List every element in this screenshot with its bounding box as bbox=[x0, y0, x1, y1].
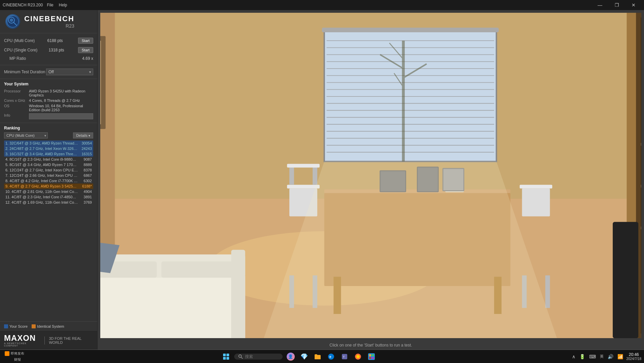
taskbar-file-explorer[interactable] bbox=[312, 351, 323, 362]
ranking-list-item[interactable]: 11. 4C/8T @ 2.3 GHz, Intel Core i7-4850H… bbox=[4, 194, 93, 200]
logo-text: CINEBENCH R23 bbox=[24, 14, 74, 29]
svg-rect-65 bbox=[162, 261, 236, 278]
ranking-list-item[interactable]: 7. 12C/24T @ 2.66 GHz, Intel Xeon CPU X5… bbox=[4, 173, 93, 178]
svg-rect-132 bbox=[226, 357, 229, 360]
rank-score: 6188* bbox=[78, 184, 92, 188]
network-icon[interactable]: 📶 bbox=[617, 353, 624, 360]
min-test-label: Minimum Test Duration bbox=[4, 70, 45, 74]
svg-rect-147 bbox=[369, 357, 371, 359]
your-score-icon bbox=[4, 324, 8, 328]
taskbar-avatar[interactable]: 👤 bbox=[285, 351, 296, 362]
taskbar-news-app[interactable]: 即将发布 财报 bbox=[3, 351, 26, 362]
svg-rect-144 bbox=[368, 353, 375, 360]
maxon-sub-text: A NEMETSCHEK COMPANY bbox=[4, 342, 39, 347]
ranking-list-item[interactable]: 9. 4C/8T @ 2.7 GHz, AMD Ryzen 3 5425U wi… bbox=[4, 184, 93, 189]
taskbar-teams[interactable]: T bbox=[339, 351, 350, 362]
identical-system-label: Identical System bbox=[37, 324, 64, 328]
menu-help[interactable]: Help bbox=[59, 3, 67, 7]
details-button[interactable]: Details bbox=[73, 132, 93, 138]
scores-section: CPU (Multi Core) 6188 pts Start CPU (Sin… bbox=[0, 33, 97, 65]
windows-icon bbox=[223, 353, 229, 360]
svg-rect-51 bbox=[520, 185, 552, 189]
rank-name: 10. 4C/8T @ 2.81 GHz, 11th Gen Intel Cor… bbox=[5, 190, 78, 194]
status-bar: Click on one of the 'Start' buttons to r… bbox=[98, 341, 644, 350]
search-icon bbox=[238, 354, 243, 359]
svg-rect-146 bbox=[372, 354, 374, 356]
ranking-list-item[interactable]: 3. 16C/32T @ 3.4 GHz, AMD Ryzen Threadri… bbox=[4, 151, 93, 157]
svg-text:e: e bbox=[329, 355, 331, 359]
app-logo-version: R23 bbox=[24, 23, 74, 29]
svg-point-2 bbox=[10, 18, 13, 22]
processor-label: Processor bbox=[4, 89, 28, 97]
ranking-list-item[interactable]: 10. 4C/8T @ 2.81 GHz, 11th Gen Intel Cor… bbox=[4, 189, 93, 194]
ranking-list-item[interactable]: 5. 8C/16T @ 3.4 GHz, AMD Ryzen 7 1700X E… bbox=[4, 162, 93, 167]
app-logo-name: CINEBENCH bbox=[24, 14, 74, 23]
min-test-dropdown-wrapper: Off 1 min 2 min 5 min 10 min 30 min bbox=[46, 69, 93, 75]
rank-score: 9087 bbox=[78, 157, 92, 161]
clock[interactable]: 20:46 2024/7/18 bbox=[627, 352, 642, 361]
single-core-row: CPU (Single Core) 1318 pts Start bbox=[4, 45, 93, 55]
identical-system-legend: Identical System bbox=[32, 324, 64, 328]
rank-name: 2. 24C/48T @ 2.7 GHz, Intel Xeon W-3265M… bbox=[5, 147, 78, 151]
search-input[interactable] bbox=[245, 354, 279, 359]
volume-icon[interactable]: 🔊 bbox=[607, 353, 614, 360]
rank-score: 30054 bbox=[78, 141, 92, 145]
mp-ratio-label: MP Ratio bbox=[4, 56, 26, 61]
multi-core-start-button[interactable]: Start bbox=[78, 38, 93, 44]
taskbar-right: ∧ 🔋 ⌨ 英 🔊 📶 20:46 2024/7/18 bbox=[571, 352, 642, 361]
svg-point-133 bbox=[239, 355, 241, 357]
svg-text:T: T bbox=[343, 355, 345, 359]
ranking-list-item[interactable]: 6. 12C/24T @ 2.7 GHz, Intel Xeon CPU E5-… bbox=[4, 167, 93, 173]
search-bar[interactable] bbox=[234, 354, 283, 360]
taskbar-photo-app[interactable] bbox=[366, 351, 377, 362]
svg-rect-130 bbox=[226, 354, 229, 356]
ranking-list-item[interactable]: 12. 4C/8T @ 1.69 GHz, 11th Gen Intel Cor… bbox=[4, 200, 93, 205]
render-image: www.renderbaron.de bbox=[100, 13, 641, 338]
lang-icon[interactable]: 英 bbox=[599, 353, 604, 360]
keyboard-icon[interactable]: ⌨ bbox=[588, 353, 597, 360]
browser-icon bbox=[355, 353, 361, 360]
tray-expand[interactable]: ∧ bbox=[571, 353, 576, 360]
ranking-list-item[interactable]: 2. 24C/48T @ 2.7 GHz, Intel Xeon W-3265M… bbox=[4, 146, 93, 151]
taskbar-gems-app[interactable]: 💎 bbox=[299, 351, 310, 362]
menu-file[interactable]: File bbox=[47, 3, 53, 7]
single-core-start-button[interactable]: Start bbox=[78, 47, 93, 53]
minimize-button[interactable]: — bbox=[592, 0, 608, 10]
taskbar-center: 👤 💎 e T bbox=[221, 351, 377, 362]
svg-rect-110 bbox=[641, 143, 641, 146]
svg-line-134 bbox=[241, 357, 243, 359]
rank-name: 1. 32C/64T @ 3 GHz, AMD Ryzen Threadripp… bbox=[5, 141, 78, 145]
battery-icon[interactable]: 🔋 bbox=[579, 353, 586, 360]
system-section: Your System Processor AMD Ryzen 3 5425U … bbox=[0, 79, 97, 123]
rank-score: 4904 bbox=[78, 190, 92, 194]
svg-rect-50 bbox=[287, 164, 320, 167]
start-button[interactable] bbox=[221, 351, 231, 362]
mp-ratio-value: 4.69 x bbox=[82, 56, 93, 61]
left-panel: CINEBENCH R23 CPU (Multi Core) 6188 pts … bbox=[0, 10, 98, 350]
taskbar-edge-browser[interactable]: e bbox=[326, 351, 336, 362]
ranking-dropdown[interactable]: CPU (Multi Core) CPU (Single Core) bbox=[4, 132, 48, 138]
maximize-button[interactable]: ❐ bbox=[609, 0, 624, 10]
ranking-list-item[interactable]: 8. 4C/8T @ 4.2 GHz, Intel Core i7-7700K … bbox=[4, 178, 93, 184]
rank-score: 6867 bbox=[78, 173, 92, 177]
ranking-list-item[interactable]: 4. 8C/16T @ 2.3 GHz, Intel Core i9-9880H… bbox=[4, 157, 93, 162]
rank-name: 9. 4C/8T @ 2.7 GHz, AMD Ryzen 3 5425U wi… bbox=[5, 184, 78, 188]
svg-rect-61 bbox=[100, 273, 245, 338]
info-input[interactable] bbox=[29, 113, 93, 119]
multi-core-label: CPU (Multi Core) bbox=[4, 38, 35, 43]
ranking-controls: CPU (Multi Core) CPU (Single Core) Detai… bbox=[4, 132, 93, 138]
title-menu: File Help bbox=[47, 3, 67, 7]
svg-point-143 bbox=[356, 355, 360, 358]
taskbar: 即将发布 财报 👤 💎 bbox=[0, 350, 644, 363]
taskbar-browser-2[interactable] bbox=[353, 351, 363, 362]
ranking-list-item[interactable]: 1. 32C/64T @ 3 GHz, AMD Ryzen Threadripp… bbox=[4, 140, 93, 146]
rank-score: 8378 bbox=[78, 168, 92, 172]
svg-rect-49 bbox=[313, 166, 317, 185]
svg-rect-70 bbox=[641, 17, 641, 333]
svg-rect-34 bbox=[322, 28, 499, 32]
os-value: Windows 10, 64 Bit, Professional Edition… bbox=[29, 104, 93, 112]
rank-name: 11. 4C/8T @ 2.3 GHz, Intel Core i7-4850H… bbox=[5, 195, 78, 199]
min-test-dropdown[interactable]: Off 1 min 2 min 5 min 10 min 30 min bbox=[46, 69, 93, 75]
right-content: www.renderbaron.de Click on one of the '… bbox=[98, 10, 644, 350]
close-button[interactable]: ✕ bbox=[626, 0, 641, 10]
